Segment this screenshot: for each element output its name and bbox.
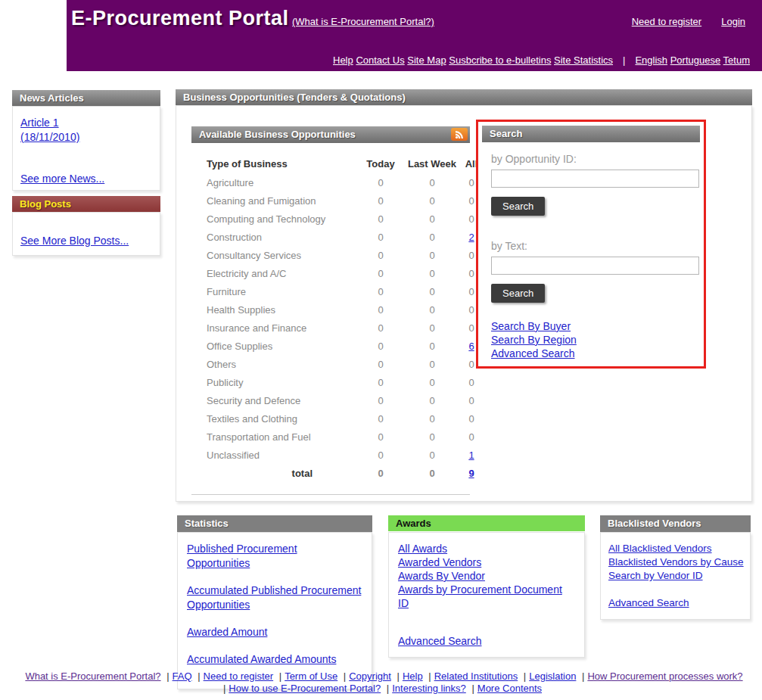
blacklisted-link[interactable]: All Blacklisted Vendors <box>608 542 742 555</box>
table-row: Cleaning and Fumigation 0 0 0 <box>207 191 485 210</box>
header-nav: Help Contact Us Site Map Susbcribe to e-… <box>333 54 750 66</box>
language-link[interactable]: Portuguese <box>670 54 721 66</box>
table-header-row: Type of Business Today Last Week All <box>207 154 485 173</box>
login-link[interactable]: Login <box>721 16 745 27</box>
footer-link[interactable]: More Contents <box>477 683 542 694</box>
search-by-text-button[interactable]: Search <box>491 284 545 303</box>
footer-link[interactable]: How to use E-Procurement Portal? <box>229 683 381 694</box>
business-type-cell: Cleaning and Fumigation <box>207 195 355 207</box>
app-title: E-Procurement Portal <box>71 7 289 30</box>
today-cell: 0 <box>355 322 406 334</box>
statistics-link[interactable]: Accumulated Published Procurement Opport… <box>187 583 362 612</box>
language-link[interactable]: English <box>635 54 667 66</box>
today-cell: 0 <box>355 286 406 297</box>
nav-link[interactable]: Contact Us <box>356 54 404 66</box>
footer-link[interactable]: Legislation <box>529 670 576 682</box>
table-row: Construction 0 0 2 <box>207 228 485 246</box>
table-row: Consultancy Services 0 0 0 <box>207 246 485 264</box>
nav-link[interactable]: Site Statistics <box>554 54 613 66</box>
news-panel: Article 1 (18/11/2010) See more News... <box>12 106 160 191</box>
section-title-bar: Business Opportunities (Tenders & Quotat… <box>176 89 752 105</box>
awards-link[interactable]: Advanced Search <box>398 634 575 648</box>
page: E-Procurement Portal (What is E-Procurem… <box>0 0 762 700</box>
search-link[interactable]: Advanced Search <box>491 347 699 360</box>
see-more-news-link[interactable]: See more News... <box>20 172 152 186</box>
footer-separator: | <box>425 670 434 682</box>
text-search-input[interactable] <box>491 257 699 275</box>
table-bottom-rule <box>191 494 470 495</box>
today-cell: 0 <box>355 268 406 279</box>
need-to-register-link[interactable]: Need to register <box>632 16 702 27</box>
footer-separator: | <box>393 670 402 682</box>
search-panel-header: Search <box>482 126 700 142</box>
search-link[interactable]: Search By Buyer <box>491 319 699 333</box>
footer-link[interactable]: Copyright <box>349 670 391 682</box>
last-week-cell: 0 <box>406 359 458 370</box>
statistics-link[interactable]: Published Procurement Opportunities <box>187 542 362 571</box>
table-row: Agriculture 0 0 0 <box>207 173 485 191</box>
what-is-portal-link[interactable]: (What is E-Procurement Portal?) <box>292 16 434 27</box>
footer-separator: | <box>384 683 392 694</box>
article-link[interactable]: Article 1 <box>20 116 152 130</box>
footer-link[interactable]: Related Institutions <box>434 670 518 682</box>
search-link[interactable]: Search By Region <box>491 333 699 347</box>
footer-link[interactable]: FAQ <box>173 670 192 682</box>
nav-link[interactable]: Help <box>333 54 353 66</box>
opportunities-table: Type of Business Today Last Week All Agr… <box>207 154 485 482</box>
language-link[interactable]: Tetum <box>723 54 750 66</box>
footer-separator: | <box>163 670 172 682</box>
business-type-cell: Furniture <box>207 286 355 297</box>
nav-link[interactable]: Site Map <box>407 54 446 66</box>
footer-link[interactable]: Help <box>403 670 423 682</box>
footer-line-1: What is E-Procurement Portal? |FAQ |Need… <box>0 670 762 683</box>
table-row: Insurance and Finance 0 0 0 <box>207 319 485 337</box>
awards-panel: All AwardsAwarded VendorsAwards By Vendo… <box>388 532 585 658</box>
statistics-panel: Published Procurement OpportunitiesAccum… <box>177 532 372 689</box>
last-week-cell: 0 <box>406 341 458 352</box>
footer-link[interactable]: Term of Use <box>285 670 337 682</box>
awards-link[interactable]: Awards by Procurement Document ID <box>398 583 575 610</box>
article-date-link[interactable]: (18/11/2010) <box>20 130 152 145</box>
see-more-blog-link[interactable]: See More Blog Posts... <box>20 234 152 248</box>
statistics-link[interactable]: Accumulated Awarded Amounts <box>187 652 362 667</box>
footer-link[interactable]: Need to register <box>204 670 274 682</box>
business-type-cell: Agriculture <box>207 177 355 188</box>
table-row: Furniture 0 0 0 <box>207 282 485 300</box>
awards-link[interactable]: Awards By Vendor <box>398 569 575 583</box>
column-type-of-business: Type of Business <box>207 158 355 170</box>
today-cell: 0 <box>355 213 406 225</box>
business-type-cell: Publicity <box>207 377 355 388</box>
blacklisted-link[interactable]: Blacklisted Vendors by Cause <box>608 555 742 569</box>
today-cell: 0 <box>355 232 406 243</box>
footer: What is E-Procurement Portal? |FAQ |Need… <box>0 670 762 695</box>
total-all-link[interactable]: 9 <box>458 468 485 479</box>
last-week-cell: 0 <box>406 413 458 425</box>
statistics-link[interactable]: Awarded Amount <box>187 625 362 639</box>
footer-link[interactable]: Interesting links? <box>392 683 466 694</box>
all-cell[interactable]: 1 <box>458 450 485 461</box>
last-week-cell: 0 <box>406 250 458 261</box>
last-week-cell: 0 <box>406 213 458 225</box>
footer-link[interactable]: How Procurement processes work? <box>587 670 742 682</box>
footer-separator: | <box>468 683 477 694</box>
nav-link[interactable]: Susbcribe to e-bulletins <box>449 54 551 66</box>
today-cell: 0 <box>355 450 406 461</box>
opportunity-id-label: by Opportunity ID: <box>491 153 699 165</box>
awards-link[interactable]: Awarded Vendors <box>398 555 575 569</box>
last-week-cell: 0 <box>406 232 458 243</box>
table-row: Office Supplies 0 0 6 <box>207 337 485 355</box>
awards-link[interactable]: All Awards <box>398 542 575 555</box>
footer-separator: | <box>220 683 229 694</box>
blacklisted-link[interactable]: Advanced Search <box>608 596 742 610</box>
blacklisted-link[interactable]: Search by Vendor ID <box>608 569 742 583</box>
opportunity-id-input[interactable] <box>491 170 699 188</box>
rss-icon[interactable] <box>451 128 468 141</box>
footer-link[interactable]: What is E-Procurement Portal? <box>25 670 160 682</box>
nav-separator: | <box>623 54 625 66</box>
today-cell: 0 <box>355 195 406 207</box>
today-cell: 0 <box>355 413 406 425</box>
all-cell: 0 <box>458 431 485 443</box>
blog-panel-header: Blog Posts <box>12 196 160 212</box>
search-by-id-button[interactable]: Search <box>491 197 545 216</box>
search-panel-body: by Opportunity ID: Search by Text: Searc… <box>478 153 704 360</box>
